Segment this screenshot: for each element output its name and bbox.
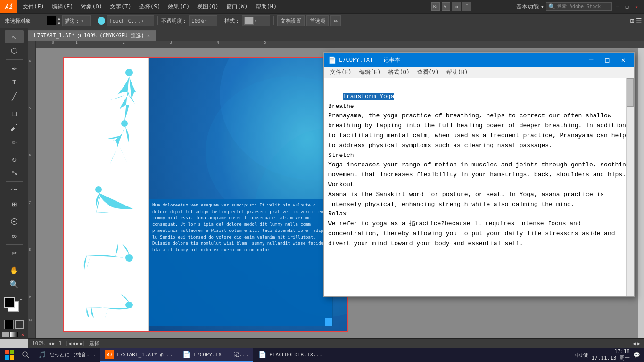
workspace-label[interactable]: 基本功能 — [516, 3, 539, 11]
svg-point-4 — [125, 302, 133, 308]
canvas-text-box[interactable]: Num doloreetum ven esequam ver suscipist… — [149, 199, 333, 326]
solid-color-btn[interactable] — [2, 332, 9, 337]
arrange-icon[interactable]: ⊞ — [630, 17, 634, 25]
text-box-resize-handle[interactable] — [325, 318, 332, 326]
artboard-prev[interactable]: ◀ — [633, 341, 636, 346]
notepad-scrollbar[interactable] — [626, 78, 634, 296]
notification-btn[interactable]: 💬 — [633, 348, 640, 362]
grid-icon[interactable]: ⊞ — [452, 2, 461, 11]
tool-sep-8 — [6, 293, 23, 293]
pencil-tool[interactable]: ✏ — [5, 135, 24, 148]
color-area: ↔ — [4, 297, 25, 318]
style-dropdown[interactable]: ▾ — [242, 15, 270, 26]
free-transform-tool[interactable]: ⊞ — [5, 198, 24, 211]
stroke-down-arrow[interactable]: ▼ — [58, 21, 60, 25]
shape-tool[interactable]: □ — [5, 107, 24, 120]
type-tool[interactable]: T — [5, 75, 24, 89]
stroke-width-dropdown[interactable]: 描边： ▾ — [62, 15, 91, 26]
swap-colors-btn[interactable]: ↔ — [20, 297, 25, 302]
taskbar-music-item[interactable]: 🎵 だっとに (纯音... — [33, 348, 100, 362]
taskbar-search-btn[interactable] — [19, 348, 33, 362]
close-btn[interactable]: ✕ — [633, 3, 640, 10]
warp-tool[interactable]: 〜 — [5, 184, 24, 197]
hand-tool[interactable]: ✋ — [5, 264, 24, 277]
stroke-dd-arrow: ▾ — [81, 19, 83, 23]
page-first[interactable]: |◀ — [66, 341, 71, 346]
notepad-restore-btn[interactable]: □ — [601, 55, 614, 65]
np-menu-help[interactable]: 帮助(H) — [443, 67, 472, 78]
direct-select-tool[interactable]: ⬡ — [5, 44, 24, 58]
menu-help[interactable]: 帮助(H) — [252, 0, 281, 13]
np-menu-edit[interactable]: 编辑(E) — [355, 67, 385, 78]
notepad-text-content[interactable]: Transform Yoga Breathe Pranayama, the yo… — [324, 78, 634, 296]
stroke-swatch[interactable] — [15, 320, 24, 329]
brush-tool[interactable]: 🖌 — [5, 121, 24, 134]
zoom-level[interactable]: 100% — [32, 340, 45, 346]
page-prev[interactable]: ◀ — [72, 341, 75, 346]
stock-icon[interactable]: St — [442, 2, 450, 11]
ruler-v-mark-7: 7 — [29, 201, 31, 205]
restore-btn[interactable]: □ — [623, 3, 631, 10]
rotate-tool[interactable]: ↻ — [5, 152, 24, 165]
tool-sep-5 — [6, 213, 23, 213]
fg-color-swatch[interactable] — [4, 297, 15, 308]
menu-window[interactable]: 窗口(W) — [223, 0, 252, 13]
start-button[interactable] — [0, 348, 19, 362]
scissors-tool[interactable]: ✂ — [5, 247, 24, 260]
notepad-minimize-btn[interactable]: ─ — [585, 55, 598, 65]
scale-tool[interactable]: ⤡ — [5, 166, 24, 180]
menu-object[interactable]: 对象(O) — [77, 0, 106, 13]
scroll-thumb[interactable] — [627, 78, 634, 107]
page-next[interactable]: ▶ — [76, 341, 79, 346]
none-btn[interactable]: ✕ — [19, 332, 26, 337]
page-last[interactable]: ▶| — [80, 341, 85, 346]
eyedropper-tool[interactable]: ⦿ — [5, 215, 24, 228]
menu-file[interactable]: 文件(F) — [19, 0, 48, 13]
no-selection-label: 未选择对象 — [2, 15, 40, 26]
gradient-btn[interactable] — [10, 332, 18, 337]
yoga-svg-3 — [87, 175, 143, 227]
menu-effect[interactable]: 效果(C) — [164, 0, 193, 13]
menu-view[interactable]: 视图(Q) — [193, 0, 223, 13]
svg-line-13 — [27, 356, 29, 358]
arrow-icon[interactable]: ⤴ — [462, 2, 471, 11]
fill-swatch[interactable] — [4, 320, 14, 329]
minimize-btn[interactable]: ─ — [614, 3, 621, 10]
svg-point-0 — [125, 69, 133, 76]
pen-tool[interactable]: ✒ — [5, 62, 24, 75]
ai-file-tab[interactable]: L7START_1.AI* @ 100% (CMYK/GPU 预选) ✕ — [28, 30, 156, 41]
taskbar-placeholder-item[interactable]: 📄 PLACEHOLDER.TX... — [253, 348, 327, 362]
search-stock-input[interactable]: 🔍 搜索 Adobe Stock — [546, 2, 612, 11]
zoom-next[interactable]: ▶ — [52, 341, 55, 346]
np-menu-format[interactable]: 格式(O) — [384, 67, 413, 78]
stroke-up-arrow[interactable]: ▲ — [58, 16, 60, 21]
artboard-next[interactable]: ▶ — [637, 341, 640, 346]
tab-close-btn[interactable]: ✕ — [147, 33, 150, 38]
np-menu-file[interactable]: 文件(F) — [326, 67, 355, 78]
taskbar-notepad-item[interactable]: 📄 L7COPY.TXT - 记... — [177, 348, 253, 362]
blend-tool[interactable]: ∞ — [5, 229, 24, 242]
placeholder-taskbar-icon: 📄 — [258, 350, 266, 359]
selection-tool[interactable]: ↖ — [5, 30, 24, 43]
brush-dropdown[interactable]: Touch C... ▾ — [107, 15, 154, 26]
menu-text[interactable]: 文字(T) — [106, 0, 135, 13]
tool-sep-2 — [6, 105, 23, 105]
preferences-btn[interactable]: 首选项 — [306, 15, 329, 26]
expand-icon[interactable]: ⇔ — [330, 15, 341, 26]
ime-label[interactable]: 中♪健 — [575, 352, 589, 359]
align-icon[interactable]: ☰ — [636, 17, 642, 25]
line-tool[interactable]: ╱ — [5, 90, 24, 103]
bridge-icon[interactable]: Br — [431, 2, 440, 11]
taskbar-ai-item[interactable]: Ai L7START_1.AI* @... — [100, 348, 177, 362]
zoom-prev[interactable]: ◀ — [49, 341, 51, 346]
menu-select[interactable]: 选择(S) — [135, 0, 165, 13]
ruler-mark-2: 2 — [123, 41, 125, 45]
opacity-dropdown[interactable]: 100% ▾ — [189, 15, 217, 26]
zoom-tool[interactable]: 🔍 — [5, 278, 24, 291]
menu-edit[interactable]: 编辑(E) — [48, 0, 77, 13]
stroke-color[interactable] — [47, 16, 56, 25]
notepad-close-btn[interactable]: ✕ — [617, 55, 630, 65]
doc-settings-btn[interactable]: 文档设置 — [277, 15, 305, 26]
np-menu-view[interactable]: 查看(V) — [413, 67, 443, 78]
svg-point-1 — [121, 120, 128, 127]
